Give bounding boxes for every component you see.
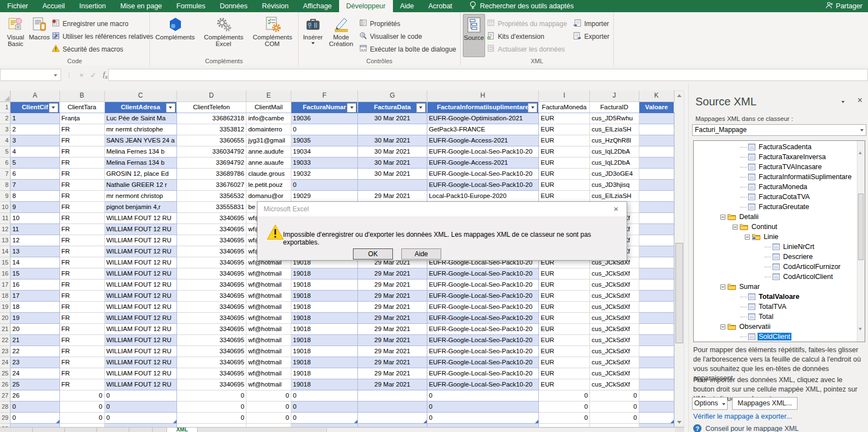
cell-A24[interactable]: 23 [11, 357, 59, 368]
row-header[interactable]: 25 [0, 368, 11, 379]
cell-B23[interactable]: FR [59, 345, 104, 357]
cell-A13[interactable]: 12 [11, 235, 59, 246]
cell-G16[interactable]: 29 Mar 2021 [358, 268, 427, 279]
scroll-down-arrow[interactable] [675, 418, 684, 426]
cell-F5[interactable]: 19034 [291, 146, 357, 157]
row-header[interactable]: 15 [0, 257, 11, 268]
cell-G18[interactable]: 29 Mar 2021 [358, 290, 427, 301]
cell-G19[interactable]: 29 Mar 2021 [358, 301, 427, 312]
cell-E5[interactable]: anne.audufe [246, 146, 291, 157]
cell-G25[interactable]: 29 Mar 2021 [358, 368, 427, 379]
verify-map-link[interactable]: Vérifier le mappage à exporter... [693, 413, 792, 420]
cell-I30[interactable] [539, 423, 590, 427]
row-header[interactable]: 30 [0, 423, 11, 427]
cell-H30[interactable] [427, 423, 539, 427]
cell-D15[interactable]: 3340695 [176, 257, 246, 268]
row-header[interactable]: 24 [0, 357, 11, 368]
cell-I7[interactable]: EUR [539, 168, 590, 179]
filter-button[interactable] [49, 103, 58, 113]
column-title-FacturaNumar[interactable]: FacturaNumar [291, 101, 357, 113]
column-letter-I[interactable]: I [539, 90, 590, 101]
row-header[interactable]: 18 [0, 290, 11, 301]
visual-basic-button[interactable]: Visual Basic [2, 14, 29, 47]
cell-K8[interactable] [639, 179, 674, 190]
cell-I21[interactable]: EUR [539, 323, 590, 334]
cell-D3[interactable]: 3353812 [176, 124, 246, 135]
tree-item-facturainformatiisuplimentare[interactable]: FacturaInformatiiSuplimentare [694, 172, 865, 182]
tab-fichier[interactable]: Fichier [0, 0, 36, 12]
tab-d-veloppeur[interactable]: Développeur [339, 0, 393, 12]
cell-I26[interactable]: EUR [539, 379, 590, 390]
tab-aide[interactable]: Aide [393, 0, 421, 12]
column-letter-E[interactable]: E [246, 90, 291, 101]
cell-E20[interactable]: wf@hotmail [246, 312, 291, 323]
cell-F3[interactable]: 0 [291, 124, 357, 135]
cell-I25[interactable]: EUR [539, 368, 590, 379]
cell-B11[interactable]: FR [59, 212, 104, 223]
cell-E27[interactable]: 0 [246, 390, 291, 401]
cell-H6[interactable]: EUFR-Google-Access-2021 [427, 157, 539, 168]
cell-I16[interactable]: EUR [539, 268, 590, 279]
cell-B7[interactable]: FR [59, 168, 104, 179]
column-letter-D[interactable]: D [176, 90, 246, 101]
cell-D20[interactable]: 3340695 [176, 312, 246, 323]
cell-C18[interactable]: WILLIAM FOUT 12 RU [104, 290, 176, 301]
cell-E6[interactable]: anne.auaufe [246, 157, 291, 168]
cell-I19[interactable]: EUR [539, 301, 590, 312]
cell-E22[interactable]: wf@hotmail [246, 334, 291, 345]
tab-affichage[interactable]: Affichage [296, 0, 339, 12]
tree-item-codarticolclient[interactable]: CodArticolClient [694, 272, 865, 282]
row-header[interactable]: 22 [0, 334, 11, 345]
column-letter-F[interactable]: F [291, 90, 357, 101]
row-header[interactable]: 8 [0, 179, 11, 190]
cell-C8[interactable]: Nathalie GREER 12 r [104, 179, 176, 190]
cell-K6[interactable] [639, 157, 674, 168]
cell-D2[interactable]: 336862318 [176, 113, 246, 124]
cell-J16[interactable]: cus_JCkSdXf [590, 268, 639, 279]
tab-donn-es[interactable]: Données [213, 0, 255, 12]
cell-F16[interactable]: 19018 [291, 268, 357, 279]
tree-item-facturataxareinversa[interactable]: FacturaTaxareInversa [694, 152, 865, 162]
row-header[interactable]: 17 [0, 279, 11, 290]
cell-A15[interactable]: 14 [11, 257, 59, 268]
cell-D26[interactable]: 3340695 [176, 379, 246, 390]
formula-input[interactable] [108, 69, 868, 81]
cell-D5[interactable]: 336034792 [176, 146, 246, 157]
cell-B10[interactable]: FR [59, 201, 104, 212]
cell-C21[interactable]: WILLIAM FOUT 12 RU [104, 323, 176, 334]
cell-B20[interactable]: FR [59, 312, 104, 323]
cell-A8[interactable]: 7 [11, 179, 59, 190]
cell-D17[interactable]: 3340695 [176, 279, 246, 290]
cell-C11[interactable]: WILLIAM FOUT 12 RU [104, 212, 176, 223]
import-button[interactable]: Importer [571, 17, 611, 30]
cell-D27[interactable]: 0 [176, 390, 246, 401]
column-letter-K[interactable]: K [639, 90, 674, 101]
horizontal-scrollbar[interactable] [326, 428, 675, 432]
cell-A30[interactable] [11, 423, 59, 427]
cell-I3[interactable]: EUR [539, 124, 590, 135]
column-letter-A[interactable]: A [11, 90, 59, 101]
tab-accueil[interactable]: Accueil [36, 0, 72, 12]
cell-H8[interactable]: EUFR-Google-Local-Seo-Pack10-20 [427, 179, 539, 190]
cell-J5[interactable]: cus_IqL2DbA [590, 146, 639, 157]
cell-J8[interactable]: cus_JD3hjisq [590, 179, 639, 190]
cell-I9[interactable]: EUR [539, 190, 590, 201]
row-header[interactable]: 3 [0, 124, 11, 135]
cell-F22[interactable]: 19018 [291, 334, 357, 345]
column-letter-J[interactable]: J [590, 90, 639, 101]
cell-B12[interactable]: FR [59, 223, 104, 235]
column-title-ClientCif[interactable]: ClientCif [11, 101, 59, 113]
cell-K21[interactable] [639, 323, 674, 334]
cell-A27[interactable]: 26 [11, 390, 59, 401]
cell-G7[interactable]: 30 Mar 2021 [358, 168, 427, 179]
cell-K15[interactable] [639, 257, 674, 268]
tree-scrollbar[interactable] [857, 141, 865, 342]
cell-C23[interactable]: WILLIAM FOUT 12 RU [104, 345, 176, 357]
cell-C10[interactable]: pignot benjamin 4,r [104, 201, 176, 212]
cell-F27[interactable]: 0 [291, 390, 357, 401]
cell-I23[interactable]: EUR [539, 345, 590, 357]
cell-E17[interactable]: wf@hotmail [246, 279, 291, 290]
cell-H3[interactable]: GetPack3-FRANCE [427, 124, 539, 135]
column-title-ClientAdresa[interactable]: ClientAdresa [104, 101, 176, 113]
cell-D19[interactable]: 3340695 [176, 301, 246, 312]
